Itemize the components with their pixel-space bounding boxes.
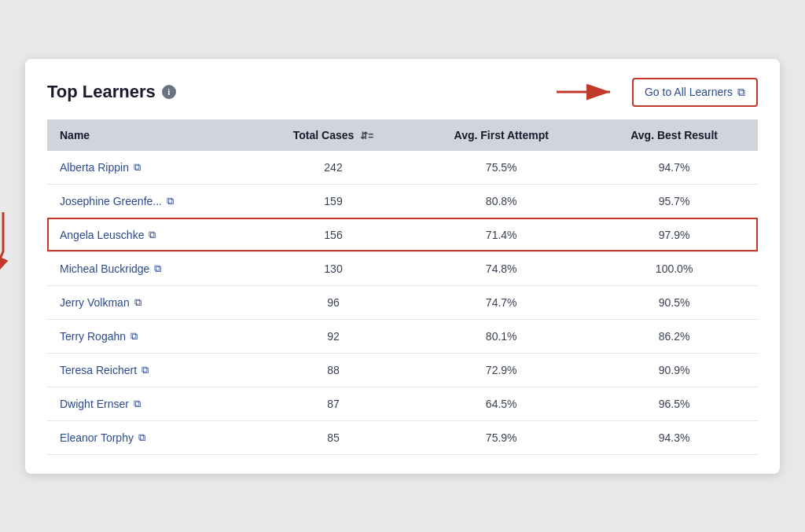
cell-avg-best-result: 96.5% [590,387,758,420]
cell-total-cases: 85 [255,420,412,454]
cell-total-cases: 156 [255,218,412,251]
cell-avg-best-result: 97.9% [590,218,758,251]
info-icon[interactable]: i [162,85,176,99]
red-arrow-right [557,80,619,104]
cell-total-cases: 242 [255,151,412,185]
table-row[interactable]: Teresa Reichert ⧉ 8872.9%90.9% [47,353,758,387]
external-link-icon[interactable]: ⧉ [134,398,141,410]
table-row[interactable]: Angela Leuschke ⧉ 15671.4%97.9% [47,218,758,251]
cell-avg-first-attempt: 74.8% [412,251,590,285]
external-link-icon[interactable]: ⧉ [149,229,156,241]
col-avg-first-attempt: Avg. First Attempt [412,119,590,151]
cell-name: Josephine Greenfe... ⧉ [47,184,255,218]
cell-name: Eleanor Torphy ⧉ [47,420,255,454]
table-row[interactable]: Eleanor Torphy ⧉ 8575.9%94.3% [47,420,758,454]
col-total-cases[interactable]: Total Cases ⇵= [255,119,412,151]
header-right: Go to All Learners ⧉ [557,78,758,107]
table-row[interactable]: Josephine Greenfe... ⧉ 15980.8%95.7% [47,184,758,218]
cell-avg-first-attempt: 80.1% [412,319,590,353]
card-title-area: Top Learners i [47,82,176,102]
external-link-icon[interactable]: ⧉ [134,296,142,309]
cell-avg-best-result: 100.0% [590,251,758,285]
cell-avg-best-result: 94.7% [590,151,758,185]
table-row[interactable]: Dwight Ernser ⧉ 8764.5%96.5% [47,387,758,420]
cell-avg-first-attempt: 71.4% [412,218,590,251]
cell-avg-first-attempt: 64.5% [412,387,590,420]
cell-avg-best-result: 90.5% [590,285,758,319]
cell-total-cases: 96 [255,285,412,319]
table-row[interactable]: Terry Rogahn ⧉ 9280.1%86.2% [47,319,758,353]
cell-total-cases: 130 [255,251,412,285]
sort-icon: ⇵= [360,130,373,141]
cell-avg-first-attempt: 75.9% [412,420,590,454]
external-link-icon[interactable]: ⧉ [130,330,138,343]
cell-avg-best-result: 86.2% [590,319,758,353]
cell-name: Micheal Buckridge ⧉ [47,251,255,285]
cell-avg-first-attempt: 74.7% [412,285,590,319]
top-learners-card: Top Learners i Go to All Learners [25,59,780,474]
table-row[interactable]: Jerry Volkman ⧉ 9674.7%90.5% [47,285,758,319]
cell-avg-best-result: 90.9% [590,353,758,387]
table-row[interactable]: Micheal Buckridge ⧉ 13074.8%100.0% [47,251,758,285]
external-link-icon[interactable]: ⧉ [138,431,145,444]
go-to-all-learners-button[interactable]: Go to All Learners ⧉ [632,78,758,107]
cell-name: Alberta Rippin ⧉ [47,151,255,185]
external-link-icon: ⧉ [737,86,745,99]
col-avg-best-result: Avg. Best Result [590,119,758,151]
external-link-icon[interactable]: ⧉ [167,195,174,207]
cell-total-cases: 92 [255,319,412,353]
cell-avg-first-attempt: 72.9% [412,353,590,387]
table-header: Name Total Cases ⇵= Avg. First Attempt A… [47,119,758,151]
table-row[interactable]: Alberta Rippin ⧉ 24275.5%94.7% [47,151,758,185]
cell-name: Jerry Volkman ⧉ [47,285,255,319]
cell-avg-best-result: 94.3% [590,420,758,454]
card-header: Top Learners i Go to All Learners [47,78,758,107]
external-link-icon[interactable]: ⧉ [134,161,141,174]
cell-total-cases: 88 [255,353,412,387]
external-link-icon[interactable]: ⧉ [142,364,149,376]
cell-avg-best-result: 95.7% [590,184,758,218]
cell-name: Dwight Ernser ⧉ [47,387,255,420]
col-name: Name [47,119,255,151]
external-link-icon[interactable]: ⧉ [154,262,161,275]
table-body: Alberta Rippin ⧉ 24275.5%94.7% Josephine… [47,151,758,455]
cell-avg-first-attempt: 75.5% [412,151,590,185]
learners-table: Name Total Cases ⇵= Avg. First Attempt A… [47,119,758,455]
cell-name: Teresa Reichert ⧉ [47,353,255,387]
cell-avg-first-attempt: 80.8% [412,184,590,218]
cell-total-cases: 87 [255,387,412,420]
cell-name: Terry Rogahn ⧉ [47,319,255,353]
cell-total-cases: 159 [255,184,412,218]
card-title: Top Learners [47,82,156,102]
cell-name: Angela Leuschke ⧉ [47,218,255,251]
